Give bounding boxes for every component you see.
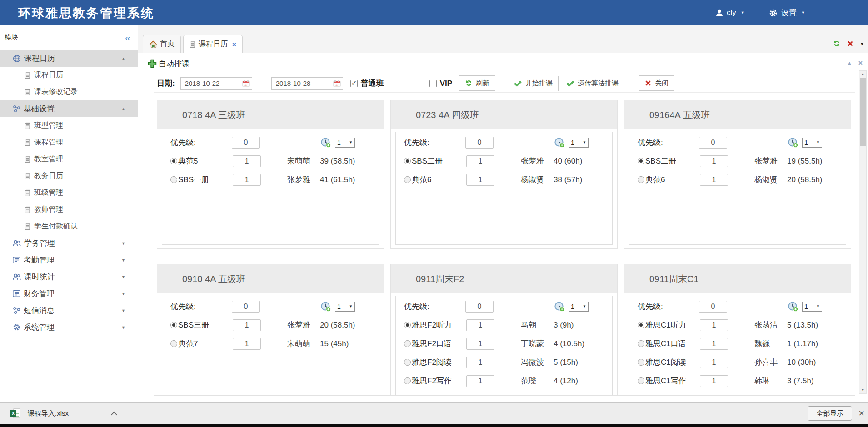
sidebar-item[interactable]: 班级管理 xyxy=(0,184,138,201)
date-from-input[interactable] xyxy=(180,77,252,90)
priority-input[interactable] xyxy=(232,137,260,149)
toolbar-button[interactable]: 关闭 xyxy=(639,75,674,91)
user-menu[interactable]: cly ▼ xyxy=(716,8,745,17)
sidebar-group[interactable]: 课时统计▼ xyxy=(0,268,138,285)
course-count-input[interactable] xyxy=(700,155,728,167)
panel-close-icon[interactable]: × xyxy=(858,60,863,67)
slot-select[interactable]: 1▼ xyxy=(802,302,822,312)
priority-input[interactable] xyxy=(465,301,494,313)
course-radio[interactable] xyxy=(170,322,177,328)
tab-active[interactable]: 课程日历× xyxy=(183,35,243,53)
clock-add-icon[interactable] xyxy=(320,301,331,312)
course-radio[interactable] xyxy=(170,158,177,164)
course-count-input[interactable] xyxy=(466,174,494,186)
sidebar-group[interactable]: 短信消息▼ xyxy=(0,302,138,319)
download-filename[interactable]: 课程导入.xlsx xyxy=(28,409,69,418)
slot-select[interactable]: 1▼ xyxy=(802,138,822,148)
clock-add-icon[interactable] xyxy=(554,301,565,312)
course-radio[interactable] xyxy=(404,377,411,384)
clock-add-icon[interactable] xyxy=(320,137,331,148)
teacher-name: 魏巍 xyxy=(754,338,787,349)
course-count-input[interactable] xyxy=(466,155,494,167)
sidebar-item[interactable]: 学生付款确认 xyxy=(0,218,138,235)
slot-select[interactable]: 1▼ xyxy=(335,138,355,148)
sidebar-group[interactable]: 基础设置▲ xyxy=(0,100,138,117)
course-radio[interactable] xyxy=(404,158,411,164)
course-count-input[interactable] xyxy=(233,319,261,331)
priority-input[interactable] xyxy=(232,301,260,313)
course-radio[interactable] xyxy=(170,340,177,347)
class-card-title: 09164A 五级班 xyxy=(624,100,851,129)
scroll-up-icon[interactable]: ▲ xyxy=(859,72,866,76)
slot-select[interactable]: 1▼ xyxy=(335,302,355,312)
course-radio[interactable] xyxy=(638,158,644,164)
priority-input[interactable] xyxy=(699,137,727,149)
course-count-input[interactable] xyxy=(466,338,494,350)
panel-collapse-icon[interactable]: ▴ xyxy=(848,60,851,67)
course-count-input[interactable] xyxy=(466,375,494,387)
priority-input[interactable] xyxy=(465,137,494,149)
course-count-input[interactable] xyxy=(700,375,728,387)
clock-add-icon[interactable] xyxy=(788,301,798,312)
course-radio[interactable] xyxy=(638,359,644,366)
clock-add-icon[interactable] xyxy=(554,137,565,148)
settings-menu[interactable]: 设置 ▼ xyxy=(769,8,805,18)
scroll-down-icon[interactable]: ▼ xyxy=(859,388,866,392)
course-radio[interactable] xyxy=(404,359,411,366)
sidebar-group[interactable]: 学务管理▼ xyxy=(0,235,138,252)
sidebar-group[interactable]: 考勤管理▼ xyxy=(0,252,138,268)
tab-item[interactable]: 首页 xyxy=(143,35,181,53)
sidebar-collapse-icon[interactable]: « xyxy=(125,33,130,42)
slot-select[interactable]: 1▼ xyxy=(569,302,589,312)
show-all-button[interactable]: 全部显示 xyxy=(808,406,852,421)
sidebar-item[interactable]: 课程日历 xyxy=(0,67,138,84)
toolbar-button[interactable]: 刷新 xyxy=(459,75,495,91)
scrollbar-thumb[interactable] xyxy=(860,78,866,146)
download-bar-close-icon[interactable]: × xyxy=(858,408,864,418)
course-count-input[interactable] xyxy=(233,155,261,167)
vertical-scrollbar[interactable]: ▲ ▼ xyxy=(859,70,867,394)
course-radio[interactable] xyxy=(638,340,644,347)
sidebar-item-label: 班级管理 xyxy=(34,188,63,198)
slot-select[interactable]: 1▼ xyxy=(569,138,589,148)
course-count-input[interactable] xyxy=(700,338,728,350)
calendar-icon[interactable]: 17 xyxy=(333,80,341,87)
tab-close-icon[interactable]: × xyxy=(232,40,236,48)
course-radio[interactable] xyxy=(638,377,644,384)
course-radio[interactable] xyxy=(404,340,411,347)
course-radio[interactable] xyxy=(638,176,644,183)
course-count-input[interactable] xyxy=(700,174,728,186)
sidebar-group[interactable]: 财务管理▼ xyxy=(0,285,138,302)
course-radio[interactable] xyxy=(638,322,644,328)
course-count-input[interactable] xyxy=(233,338,261,350)
course-count-input[interactable] xyxy=(466,319,494,331)
tab-overflow-caret-icon[interactable]: ▼ xyxy=(860,41,864,46)
sidebar-item[interactable]: 教务日历 xyxy=(0,168,138,184)
chevron-up-icon[interactable] xyxy=(111,412,117,418)
sidebar-item[interactable]: 教室管理 xyxy=(0,151,138,168)
course-count-input[interactable] xyxy=(466,357,494,368)
sidebar-group[interactable]: 课程日历▲ xyxy=(0,50,138,67)
course-count-input[interactable] xyxy=(700,319,728,331)
sidebar-item[interactable]: 课表修改记录 xyxy=(0,84,138,100)
close-tab-icon[interactable] xyxy=(847,40,854,47)
course-radio[interactable] xyxy=(404,176,411,183)
toolbar-button[interactable]: 开始排课 xyxy=(508,76,559,91)
date-to-input[interactable] xyxy=(271,77,343,90)
clock-add-icon[interactable] xyxy=(788,137,798,148)
sidebar-item[interactable]: 教师管理 xyxy=(0,201,138,218)
course-radio[interactable] xyxy=(404,322,411,328)
refresh-tab-icon[interactable] xyxy=(833,40,841,47)
vip-checkbox[interactable] xyxy=(429,80,437,87)
course-count-input[interactable] xyxy=(700,357,728,368)
sidebar-group[interactable]: 系统管理▼ xyxy=(0,319,138,336)
sidebar-item[interactable]: 课程管理 xyxy=(0,134,138,151)
sidebar-item[interactable]: 班型管理 xyxy=(0,117,138,134)
normal-class-checkbox[interactable] xyxy=(350,80,358,87)
teacher-name: 张梦雅 xyxy=(287,174,320,185)
toolbar-button[interactable]: 遗传算法排课 xyxy=(560,76,624,91)
course-radio[interactable] xyxy=(170,176,177,183)
calendar-icon[interactable]: 17 xyxy=(242,80,250,87)
course-count-input[interactable] xyxy=(233,174,261,186)
priority-input[interactable] xyxy=(699,301,727,313)
